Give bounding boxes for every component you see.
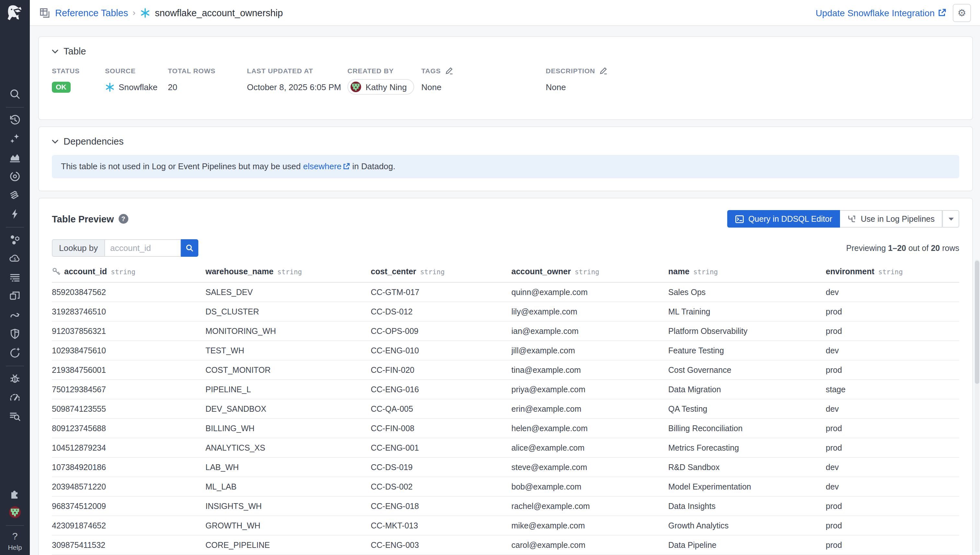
content: Table STATUS OK SOURCE Snowflake: [30, 26, 980, 555]
table-row[interactable]: 912037856321MONITORING_WHCC-OPS-009ian@e…: [52, 321, 959, 341]
table-row[interactable]: 203948571220ML_LABCC-DS-002bob@example.c…: [52, 477, 959, 496]
cell: CC-DS-012: [371, 302, 511, 321]
description-value: None: [546, 80, 959, 94]
edit-tags-pencil-icon[interactable]: [445, 67, 453, 75]
infrastructure-layers-icon[interactable]: [8, 189, 21, 202]
description-label: DESCRIPTION: [546, 67, 595, 75]
cloud-cost-icon[interactable]: $: [8, 252, 21, 265]
actions-bolt-icon[interactable]: [8, 207, 21, 220]
update-snowflake-integration-link[interactable]: Update Snowflake Integration: [816, 8, 946, 18]
table-row[interactable]: 750129384567PIPELINE_LCC-ENG-016priya@ex…: [52, 380, 959, 399]
table-row[interactable]: 219384756001COST_MONITORCC-FIN-020tina@e…: [52, 360, 959, 380]
cell: 968374512009: [52, 496, 205, 516]
search-icon[interactable]: [8, 88, 21, 101]
cell: Data Pipeline: [668, 535, 826, 555]
cell: CC-ENG-018: [371, 496, 511, 516]
table-row[interactable]: 423091874652GROWTH_WHCC-MKT-013mike@exam…: [52, 516, 959, 535]
cell: MONITORING_WH: [205, 321, 371, 341]
cell: Metrics Forecasting: [668, 438, 826, 457]
elsewhere-link[interactable]: elsewhere: [303, 162, 350, 171]
cell: Data Insights: [668, 496, 826, 516]
integrations-puzzle-icon[interactable]: [8, 487, 21, 500]
breadcrumb: Reference Tables › snowflake_account_own…: [39, 7, 283, 18]
preview-actions: Query in DDSQL Editor Use in Log Pipelin…: [727, 210, 959, 228]
column-header-account_id[interactable]: account_idstring: [52, 265, 205, 282]
security-shield-icon[interactable]: [8, 327, 21, 340]
table-card: Table STATUS OK SOURCE Snowflake: [38, 36, 973, 120]
help-button[interactable]: ? Help: [8, 531, 22, 551]
user-avatar[interactable]: [8, 506, 21, 519]
cell: 750129384567: [52, 380, 205, 399]
cell: INSIGHTS_WH: [205, 496, 371, 516]
cell: DEV_SANDBOX: [205, 399, 371, 419]
bits-ai-sparkles-icon[interactable]: [8, 132, 21, 145]
performance-gauge-icon[interactable]: [8, 391, 21, 404]
status-badge: OK: [52, 81, 70, 92]
table-row[interactable]: 509874123555DEV_SANDBOXCC-QA-005erin@exa…: [52, 399, 959, 419]
recent-history-icon[interactable]: [8, 114, 21, 127]
traces-path-icon[interactable]: [8, 309, 21, 322]
cell: jill@example.com: [511, 341, 668, 360]
dependencies-banner: This table is not used in Log or Event P…: [52, 155, 959, 178]
cell: CC-MKT-013: [371, 516, 511, 535]
use-in-log-pipelines-button[interactable]: Use in Log Pipelines: [840, 210, 942, 228]
scrollbar[interactable]: [975, 259, 979, 552]
log-explorer-search-icon[interactable]: [8, 410, 21, 423]
software-catalog-icon[interactable]: [8, 290, 21, 303]
cell: lily@example.com: [511, 302, 668, 321]
cell: alice@example.com: [511, 438, 668, 457]
cell: CC-QA-005: [371, 399, 511, 419]
table-row[interactable]: 107384920186LAB_WHCC-DS-019steve@example…: [52, 457, 959, 477]
table-row[interactable]: 309875411532CORE_PIPELINECC-ENG-003carol…: [52, 535, 959, 555]
cell: Platform Observability: [668, 321, 826, 341]
metrics-chart-icon[interactable]: [8, 151, 21, 164]
preview-table: account_idstringwarehouse_namestringcost…: [52, 265, 959, 555]
pipelines-dropdown-caret[interactable]: [942, 210, 959, 228]
lookup-search-button[interactable]: [181, 239, 199, 257]
cell: 912037856321: [52, 321, 205, 341]
cell: mike@example.com: [511, 516, 668, 535]
ddsql-editor-icon: [735, 214, 744, 223]
external-link-icon: [938, 8, 946, 17]
cell: prod: [826, 419, 959, 438]
table-meta: STATUS OK SOURCE Snowflake TOTAL ROWS 20: [52, 67, 959, 94]
avatar: [350, 81, 362, 93]
column-header-cost_center[interactable]: cost_centerstring: [371, 265, 511, 282]
cell: R&D Sandbox: [668, 457, 826, 477]
column-header-name[interactable]: namestring: [668, 265, 826, 282]
created-by-pill[interactable]: Kathy Ning: [347, 79, 414, 95]
dependencies-section-header[interactable]: Dependencies: [52, 136, 959, 146]
cell: priya@example.com: [511, 380, 668, 399]
table-row[interactable]: 104512879234ANALYTICS_XSCC-ENG-001alice@…: [52, 438, 959, 457]
logs-icon[interactable]: [8, 271, 21, 284]
query-in-ddsql-editor-button[interactable]: Query in DDSQL Editor: [727, 210, 840, 228]
cell: 509874123555: [52, 399, 205, 419]
service-hexagons-icon[interactable]: [8, 233, 21, 246]
table-row[interactable]: 859203847562SALES_DEVCC-GTM-017quinn@exa…: [52, 282, 959, 302]
lookup-by-label: Lookup by: [52, 239, 104, 257]
error-tracking-bug-icon[interactable]: [8, 372, 21, 385]
help-question-icon[interactable]: ?: [118, 214, 128, 224]
cell: 107384920186: [52, 457, 205, 477]
cell: CC-ENG-016: [371, 380, 511, 399]
watchdog-icon[interactable]: [8, 346, 21, 359]
table-section-header[interactable]: Table: [52, 46, 959, 56]
cell: dev: [826, 282, 959, 302]
apm-target-icon[interactable]: [8, 170, 21, 183]
lookup-input[interactable]: [104, 239, 181, 257]
scrollbar-thumb[interactable]: [975, 261, 979, 384]
column-header-warehouse_name[interactable]: warehouse_namestring: [205, 265, 371, 282]
datadog-logo[interactable]: [5, 3, 25, 24]
column-header-environment[interactable]: environmentstring: [826, 265, 959, 282]
column-header-account_owner[interactable]: account_ownerstring: [511, 265, 668, 282]
breadcrumb-link-reference-tables[interactable]: Reference Tables: [55, 8, 128, 18]
cell: 203948571220: [52, 477, 205, 496]
table-row[interactable]: 319283746510DS_CLUSTERCC-DS-012lily@exam…: [52, 302, 959, 321]
table-row[interactable]: 102938475610TEST_WHCC-ENG-010jill@exampl…: [52, 341, 959, 360]
cell: ANALYTICS_XS: [205, 438, 371, 457]
table-row[interactable]: 809123745688BILLING_WHCC-FIN-008helen@ex…: [52, 419, 959, 438]
table-row[interactable]: 968374512009INSIGHTS_WHCC-ENG-018rachel@…: [52, 496, 959, 516]
edit-description-pencil-icon[interactable]: [599, 67, 607, 75]
settings-gear-button[interactable]: ⚙: [953, 3, 971, 22]
snowflake-icon: [140, 8, 151, 18]
